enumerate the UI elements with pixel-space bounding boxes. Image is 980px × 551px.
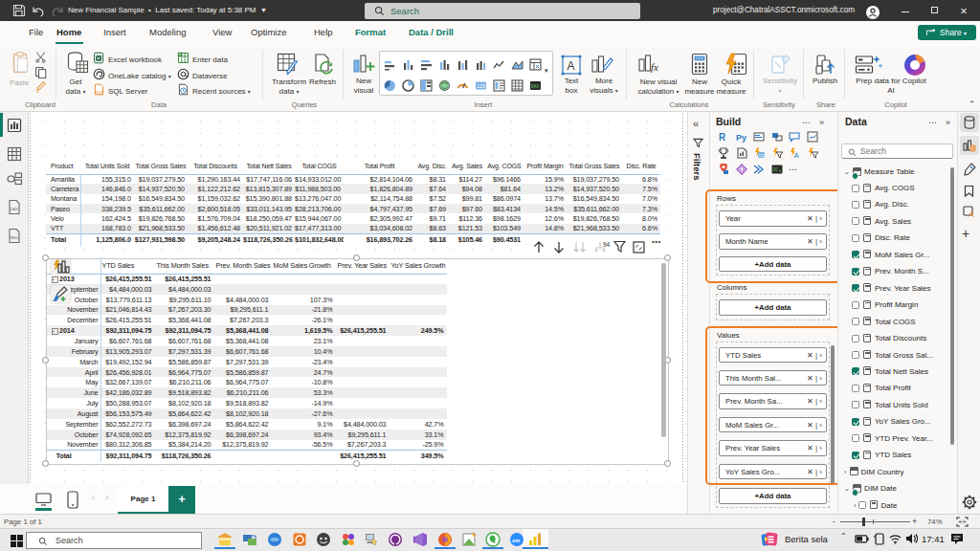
- svg-text:zm: zm: [512, 538, 520, 543]
- svg-text:DAX: DAX: [531, 84, 539, 89]
- svg-text:123: 123: [477, 83, 485, 89]
- svg-text:⋯: ⋯: [789, 165, 797, 174]
- svg-text:123: 123: [759, 153, 766, 158]
- svg-text:DAX: DAX: [10, 207, 18, 211]
- svg-text:fx: fx: [651, 61, 658, 73]
- svg-text:Py: Py: [736, 133, 746, 143]
- svg-text:A: A: [794, 151, 800, 160]
- svg-text:DC: DC: [772, 167, 778, 172]
- svg-text:R: R: [719, 132, 726, 143]
- svg-text:A: A: [568, 59, 575, 73]
- svg-text:TMDL: TMDL: [9, 235, 19, 240]
